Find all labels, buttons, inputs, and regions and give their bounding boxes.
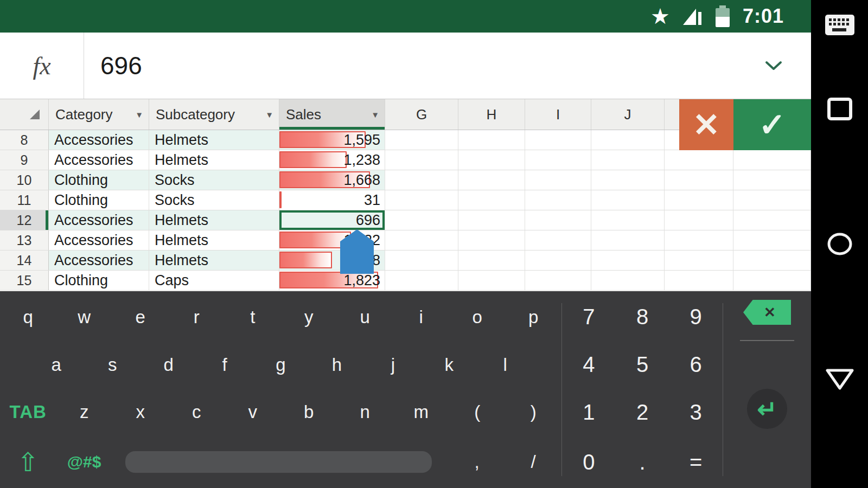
recents-square-icon[interactable] <box>827 98 852 120</box>
keyboard-key[interactable]: ) <box>506 402 562 422</box>
empty-cell[interactable] <box>458 130 525 150</box>
empty-cell[interactable] <box>591 230 665 250</box>
backspace-key[interactable]: ✕ <box>743 300 791 325</box>
back-triangle-icon[interactable] <box>825 368 855 390</box>
empty-cell[interactable] <box>458 170 525 190</box>
keyboard-key[interactable]: TAB <box>0 402 56 422</box>
empty-cell[interactable] <box>385 210 458 230</box>
spacebar-key[interactable] <box>125 451 432 473</box>
empty-cell[interactable] <box>733 150 811 170</box>
empty-cell[interactable] <box>458 271 525 290</box>
row-number-header[interactable]: 12 <box>0 210 49 230</box>
keyboard-key[interactable]: g <box>253 355 309 375</box>
numpad-key[interactable]: 9 <box>669 305 723 329</box>
row-number-header[interactable]: 15 <box>0 271 49 290</box>
row-number-header[interactable]: 10 <box>0 170 49 190</box>
empty-cell[interactable] <box>385 190 458 210</box>
cancel-edit-button[interactable]: ✕ <box>679 99 733 150</box>
symbols-key[interactable]: @#$ <box>56 453 112 471</box>
keyboard-key[interactable]: b <box>281 402 337 422</box>
keyboard-key[interactable]: i <box>393 307 450 328</box>
keyboard-key[interactable]: s <box>84 355 140 375</box>
empty-cell[interactable] <box>525 190 591 210</box>
empty-cell[interactable] <box>733 271 811 290</box>
column-header[interactable]: Subcategory ▼ <box>149 99 279 130</box>
keyboard-key[interactable]: m <box>393 402 450 422</box>
empty-cell[interactable] <box>733 230 811 250</box>
column-header[interactable]: Category ▼ <box>49 99 149 130</box>
formula-input[interactable]: 696 <box>84 33 811 99</box>
keyboard-key[interactable]: a <box>28 355 84 375</box>
empty-cell[interactable] <box>591 251 665 270</box>
numpad-key[interactable]: 3 <box>669 400 723 425</box>
keyboard-key[interactable]: d <box>141 355 196 375</box>
empty-cell[interactable] <box>733 210 811 230</box>
row-number-header[interactable]: 13 <box>0 230 49 250</box>
category-cell[interactable]: Accessories <box>49 251 149 270</box>
empty-cell[interactable] <box>591 130 665 150</box>
numpad-key[interactable]: = <box>669 450 723 474</box>
category-cell[interactable]: Clothing <box>49 170 149 190</box>
keyboard-key[interactable]: r <box>169 307 225 328</box>
numpad-key[interactable]: . <box>616 450 669 474</box>
empty-cell[interactable] <box>665 271 733 290</box>
keyboard-toggle-icon[interactable] <box>825 14 855 36</box>
empty-cell[interactable] <box>525 210 591 230</box>
keyboard-key[interactable]: t <box>225 307 281 328</box>
category-cell[interactable]: Accessories <box>49 230 149 250</box>
numpad-key[interactable]: 5 <box>616 352 669 377</box>
keyboard-key[interactable]: k <box>421 355 477 375</box>
empty-cell[interactable] <box>385 130 458 150</box>
empty-cell[interactable] <box>385 230 458 250</box>
keyboard-key[interactable]: h <box>309 355 365 375</box>
empty-cell[interactable] <box>458 190 525 210</box>
empty-cell[interactable] <box>591 190 665 210</box>
numpad-key[interactable]: 4 <box>562 352 616 377</box>
empty-cell[interactable] <box>385 170 458 190</box>
subcategory-cell[interactable]: Caps <box>149 271 279 290</box>
empty-cell[interactable] <box>458 251 525 270</box>
confirm-edit-button[interactable]: ✓ <box>733 99 811 150</box>
empty-cell[interactable] <box>458 210 525 230</box>
empty-cell[interactable] <box>525 230 591 250</box>
empty-cell[interactable] <box>665 230 733 250</box>
numpad-key[interactable]: 6 <box>669 352 723 377</box>
numpad-key[interactable]: 0 <box>562 450 616 474</box>
keyboard-key[interactable]: o <box>449 307 506 328</box>
subcategory-cell[interactable]: Helmets <box>149 230 279 250</box>
row-number-header[interactable]: 9 <box>0 150 49 170</box>
column-header[interactable]: H <box>458 99 525 130</box>
subcategory-cell[interactable]: Helmets <box>149 150 279 170</box>
empty-cell[interactable] <box>665 210 733 230</box>
home-circle-icon[interactable] <box>827 232 853 256</box>
sales-cell[interactable]: 1,668 <box>279 170 385 190</box>
numpad-key[interactable]: 8 <box>616 305 669 329</box>
subcategory-cell[interactable]: Helmets <box>149 130 279 150</box>
empty-cell[interactable] <box>665 190 733 210</box>
empty-cell[interactable] <box>665 150 733 170</box>
keyboard-key[interactable]: q <box>0 307 56 328</box>
keyboard-key[interactable]: u <box>337 307 393 328</box>
category-cell[interactable]: Clothing <box>49 190 149 210</box>
row-number-header[interactable]: 11 <box>0 190 49 210</box>
slash-key[interactable]: / <box>505 452 561 472</box>
filter-dropdown-icon[interactable]: ▼ <box>262 110 273 119</box>
column-header[interactable]: I <box>525 99 591 130</box>
empty-cell[interactable] <box>458 230 525 250</box>
empty-cell[interactable] <box>525 271 591 290</box>
keyboard-key[interactable]: j <box>365 355 421 375</box>
empty-cell[interactable] <box>525 251 591 270</box>
empty-cell[interactable] <box>733 170 811 190</box>
empty-cell[interactable] <box>591 271 665 290</box>
empty-cell[interactable] <box>733 190 811 210</box>
subcategory-cell[interactable]: Socks <box>149 170 279 190</box>
sales-cell[interactable]: 1,238 <box>279 150 385 170</box>
empty-cell[interactable] <box>591 150 665 170</box>
sales-cell[interactable]: 696 <box>279 210 385 230</box>
subcategory-cell[interactable]: Helmets <box>149 251 279 270</box>
empty-cell[interactable] <box>525 150 591 170</box>
keyboard-key[interactable]: w <box>56 307 113 328</box>
category-cell[interactable]: Clothing <box>49 271 149 290</box>
category-cell[interactable]: Accessories <box>49 150 149 170</box>
formula-bar-collapse-chevron-icon[interactable] <box>764 60 783 71</box>
